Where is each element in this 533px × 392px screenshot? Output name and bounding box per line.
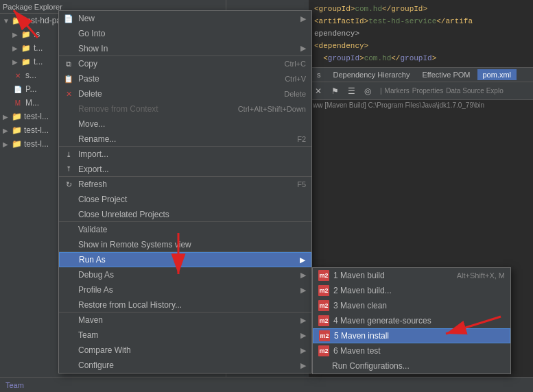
submenu-item-run-configs[interactable]: Run Configurations... xyxy=(313,358,510,373)
tree-item-label: t... xyxy=(34,57,43,66)
submenu-label-run-configs: Run Configurations... xyxy=(332,361,505,371)
child-arrow: ▶ xyxy=(12,31,19,38)
status-bar: Team xyxy=(0,377,533,392)
menu-item-new[interactable]: 📄 New ▶ xyxy=(59,11,311,26)
menu-item-maven[interactable]: Maven ▶ xyxy=(59,313,311,328)
submenu-item-maven-test[interactable]: m2 6 Maven test xyxy=(313,343,510,358)
export-icon: ⤒ xyxy=(63,164,74,175)
menu-item-paste[interactable]: 📋 Paste Ctrl+V xyxy=(59,71,311,86)
menu-item-show-remote[interactable]: Show in Remote Systems view xyxy=(59,237,311,252)
menu-item-import[interactable]: ⤓ Import... xyxy=(59,147,311,162)
menu-label-paste: Paste xyxy=(78,74,271,84)
menu-label-show-remote: Show in Remote Systems view xyxy=(78,240,306,249)
submenu-label-maven-test: 6 Maven test xyxy=(333,346,505,356)
code-line-3: ependency> xyxy=(314,27,528,40)
run-as-submenu: m2 1 Maven build Alt+Shift+X, M m2 2 Mav… xyxy=(312,267,511,374)
toolbar-area: ✕ ⚑ ☰ ◎ | Markers Properties Data Source… xyxy=(309,82,533,100)
menu-shortcut-delete: Delete xyxy=(284,90,306,98)
code-line-4: <dependency> xyxy=(314,40,528,52)
paste-icon: 📋 xyxy=(63,73,74,84)
markers-icon[interactable]: ⚑ xyxy=(328,84,342,98)
menu-item-move[interactable]: Move... xyxy=(59,117,311,132)
tree-item-label: M... xyxy=(25,98,39,108)
menu-item-export[interactable]: ⤒ Export... xyxy=(59,162,311,177)
tab-effective-pom[interactable]: Effective POM xyxy=(416,69,475,80)
tree-header-label: Package Explorer xyxy=(3,3,62,11)
menu-item-validate[interactable]: Validate xyxy=(59,222,311,237)
tab-pom-xml[interactable]: pom.xml xyxy=(477,69,517,80)
code-line-2: <artifactId>test-hd-service</artifa xyxy=(314,15,528,27)
tree-item-label: test-l... xyxy=(24,125,49,135)
submenu-arrow-maven: ▶ xyxy=(300,316,306,325)
tab-dependency-hierarchy[interactable]: Dependency Hierarchy xyxy=(328,69,416,80)
submenu-label-maven-build-2: 2 Maven build... xyxy=(333,286,505,295)
menu-item-configure[interactable]: Configure ▶ xyxy=(59,358,311,373)
menu-item-restore[interactable]: Restore from Local History... xyxy=(59,297,311,313)
status-team: Team xyxy=(5,381,24,389)
menu-item-debug-as[interactable]: Debug As ▶ xyxy=(59,267,311,282)
toolbar-separator: | xyxy=(380,87,382,95)
menu-label-import: Import... xyxy=(78,149,306,159)
menu-item-team[interactable]: Team ▶ xyxy=(59,328,311,343)
menu-shortcut-refresh: F5 xyxy=(297,180,306,188)
submenu-arrow-debug-as: ▶ xyxy=(300,271,306,280)
code-line-1: <groupId>com.hd</groupId> xyxy=(314,3,528,15)
menu-item-close-unrelated[interactable]: Close Unrelated Projects xyxy=(59,207,311,222)
menu-item-run-as[interactable]: Run As ▶ xyxy=(59,252,311,267)
menu-label-refresh: Refresh xyxy=(78,180,283,189)
submenu-arrow-configure: ▶ xyxy=(300,361,306,370)
expand-arrow: ▼ xyxy=(3,17,10,24)
project-icon-l1: 📁 xyxy=(11,111,22,122)
code-line-5: <groupId>com.hd</groupId> xyxy=(314,52,528,64)
menu-label-validate: Validate xyxy=(78,225,306,234)
menu-item-compare[interactable]: Compare With ▶ xyxy=(59,343,311,358)
submenu-item-maven-install[interactable]: m2 5 Maven install xyxy=(313,328,510,343)
child-arrow: ▶ xyxy=(12,45,19,51)
copy-icon: ⧉ xyxy=(63,58,74,69)
submenu-label-maven-build-1: 1 Maven build xyxy=(333,271,457,280)
menu-label-remove-context: Remove from Context xyxy=(78,104,224,114)
submenu-arrow-run-as: ▶ xyxy=(300,256,305,265)
menu-label-delete: Delete xyxy=(78,89,270,99)
menu-shortcut-rename: F2 xyxy=(297,135,306,143)
menu-item-remove-context[interactable]: Remove from Context Ctrl+Alt+Shift+Down xyxy=(59,101,311,117)
menu-label-export: Export... xyxy=(78,164,306,174)
submenu-label-maven-install: 5 Maven install xyxy=(334,331,504,341)
m2-badge-1: m2 xyxy=(318,270,329,281)
project-icon: 📁 xyxy=(11,15,22,26)
menu-item-copy[interactable]: ⧉ Copy Ctrl+C xyxy=(59,56,311,71)
file-icon-x: ✕ xyxy=(12,70,23,81)
menu-item-go-into[interactable]: Go Into xyxy=(59,26,311,41)
menu-item-delete[interactable]: ✕ Delete Delete xyxy=(59,86,311,101)
properties-icon[interactable]: ☰ xyxy=(344,84,358,98)
tree-item-label: t... xyxy=(34,43,43,53)
menu-label-configure: Configure xyxy=(78,360,300,370)
menu-label-profile-as: Profile As xyxy=(78,285,300,295)
tab-s[interactable]: s xyxy=(311,69,327,80)
menu-label-new: New xyxy=(78,14,300,23)
m2-badge-6: m2 xyxy=(318,345,329,356)
submenu-item-maven-build-2[interactable]: m2 2 Maven build... xyxy=(313,283,510,298)
menu-item-profile-as[interactable]: Profile As ▶ xyxy=(59,282,311,297)
folder-icon-t1 xyxy=(21,42,32,53)
menu-shortcut-copy: Ctrl+C xyxy=(285,60,306,68)
close-icon[interactable]: ✕ xyxy=(311,84,325,98)
submenu-item-maven-clean[interactable]: m2 3 Maven clean xyxy=(313,298,510,313)
folder-icon-s xyxy=(21,29,32,40)
m2-badge-2: m2 xyxy=(318,285,329,296)
menu-label-close-unrelated: Close Unrelated Projects xyxy=(78,210,306,219)
markers-label: Markers xyxy=(385,87,410,95)
new-icon: 📄 xyxy=(63,13,74,24)
datasource-icon[interactable]: ◎ xyxy=(361,84,375,98)
import-icon: ⤓ xyxy=(63,149,74,160)
submenu-item-maven-generate[interactable]: m2 4 Maven generate-sources xyxy=(313,313,510,328)
menu-label-debug-as: Debug As xyxy=(78,270,300,280)
menu-item-refresh[interactable]: ↻ Refresh F5 xyxy=(59,177,311,192)
submenu-item-maven-build-1[interactable]: m2 1 Maven build Alt+Shift+X, M xyxy=(313,268,510,283)
tree-item-label: P... xyxy=(25,84,36,94)
menu-item-show-in[interactable]: Show In ▶ xyxy=(59,41,311,56)
menu-label-compare: Compare With xyxy=(78,345,300,355)
menu-item-rename[interactable]: Rename... F2 xyxy=(59,132,311,147)
file-icon-p: 📄 xyxy=(12,84,23,95)
menu-item-close-project[interactable]: Close Project xyxy=(59,192,311,207)
